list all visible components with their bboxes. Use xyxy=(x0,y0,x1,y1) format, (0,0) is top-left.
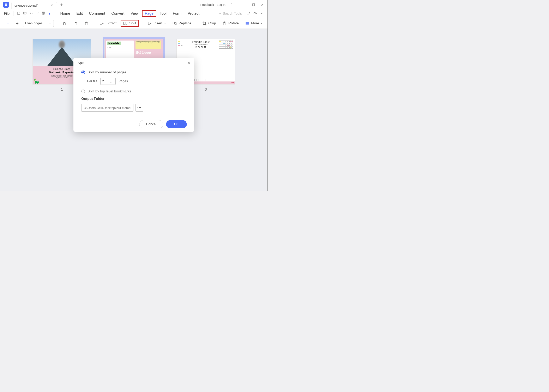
radio-split-by-pages[interactable] xyxy=(81,70,85,74)
pages-suffix: Pages xyxy=(119,79,128,83)
app-icon xyxy=(3,2,9,8)
crop-button[interactable]: Crop xyxy=(200,20,218,27)
new-tab-button[interactable]: + xyxy=(57,2,66,7)
page-number: 1 xyxy=(61,87,63,91)
extract-label: Extract xyxy=(106,21,116,25)
svg-rect-1 xyxy=(5,4,7,4)
pages-per-file-spinner[interactable]: ▲ ▼ xyxy=(100,78,116,85)
more-label: More xyxy=(251,21,259,25)
login-link[interactable]: Log In xyxy=(217,3,226,7)
chevron-down-icon: ⌄ xyxy=(164,22,166,25)
dialog-close-icon[interactable]: × xyxy=(188,61,190,65)
document-tab[interactable]: science-copy.pdf × xyxy=(11,2,57,9)
cancel-button[interactable]: Cancel xyxy=(139,120,163,128)
menu-edit[interactable]: Edit xyxy=(73,10,86,17)
replace-label: Replace xyxy=(178,21,191,25)
kebab-menu-icon[interactable]: ⋮ xyxy=(228,2,234,8)
menu-convert[interactable]: Convert xyxy=(108,10,127,17)
radio-label-pages: Split by number of pages xyxy=(87,70,126,74)
perfile-label: Per file xyxy=(87,79,97,83)
page-number: 3 xyxy=(205,87,207,91)
menubar: File ▼ Home Edit Comment Convert View Pa… xyxy=(0,9,267,18)
menu-comment[interactable]: Comment xyxy=(86,10,108,17)
periodic-table-graphic xyxy=(219,41,233,77)
divider xyxy=(238,2,238,7)
replace-button[interactable]: Replace xyxy=(170,20,193,27)
menu-home[interactable]: Home xyxy=(57,10,73,17)
svg-rect-14 xyxy=(124,22,125,25)
svg-rect-16 xyxy=(148,22,150,25)
page-toolbar: − + Even pages ⌄ Extract Split Insert ⌄ … xyxy=(0,18,267,29)
rotate-button[interactable]: Rotate xyxy=(220,20,241,27)
delete-page-button[interactable] xyxy=(82,20,91,27)
periodic-title: Periodic Table xyxy=(184,40,217,44)
rotate-left-button[interactable] xyxy=(60,20,69,27)
rotate-label: Rotate xyxy=(228,21,239,25)
dialog-title: Split xyxy=(78,61,84,65)
spinner-up-icon[interactable]: ▲ xyxy=(109,78,113,81)
undo-icon[interactable] xyxy=(29,11,33,16)
svg-rect-3 xyxy=(17,12,20,14)
save-icon[interactable] xyxy=(17,11,21,16)
split-dialog: Split × Split by number of pages Per fil… xyxy=(73,58,194,132)
collapse-ribbon-icon[interactable] xyxy=(260,11,264,16)
split-button[interactable]: Split xyxy=(121,20,139,27)
menu-tool[interactable]: Tool xyxy=(157,10,169,17)
output-folder-label: Output Folder xyxy=(81,97,186,101)
maximize-icon[interactable]: ☐ xyxy=(250,2,256,8)
search-tools-input[interactable]: Search Tools xyxy=(223,12,242,15)
rotate-right-button[interactable] xyxy=(71,20,80,27)
periodic-sub: Chemical Formula xyxy=(184,44,217,45)
file-menu[interactable]: File xyxy=(2,12,12,16)
svg-rect-15 xyxy=(126,22,127,25)
svg-rect-9 xyxy=(247,12,249,14)
split-label: Split xyxy=(129,21,136,25)
print-icon[interactable] xyxy=(42,11,45,16)
svg-rect-12 xyxy=(86,22,87,25)
svg-rect-13 xyxy=(100,22,102,25)
radio-split-by-bookmarks[interactable] xyxy=(81,90,85,93)
menu-view[interactable]: View xyxy=(128,10,142,17)
svg-rect-19 xyxy=(203,22,206,24)
svg-rect-4 xyxy=(18,12,19,13)
zoom-in-button[interactable]: + xyxy=(14,19,21,28)
menu-protect[interactable]: Protect xyxy=(185,10,202,17)
more-button[interactable]: More › xyxy=(243,20,264,27)
radio-label-bookmarks: Split by top level bookmarks xyxy=(87,89,131,93)
close-window-icon[interactable]: ✕ xyxy=(259,2,265,8)
insert-label: Insert xyxy=(153,21,162,25)
svg-rect-17 xyxy=(173,22,174,24)
quick-access-toolbar: ▼ xyxy=(15,11,53,16)
materials-label: Materials: xyxy=(107,42,121,45)
slide-page-badge: 03 xyxy=(231,82,234,83)
redo-icon[interactable] xyxy=(35,11,39,16)
minimize-icon[interactable]: — xyxy=(242,2,248,8)
browse-folder-button[interactable]: ••• xyxy=(135,104,143,112)
crop-label: Crop xyxy=(208,21,216,25)
menu-form[interactable]: Form xyxy=(170,10,184,17)
pages-per-file-input[interactable] xyxy=(100,79,109,83)
tab-close-icon[interactable]: × xyxy=(50,3,54,8)
share-icon[interactable] xyxy=(246,11,250,16)
titlebar: science-copy.pdf × + Feedback Log In ⋮ —… xyxy=(0,0,267,9)
separator xyxy=(13,11,14,16)
sticky-note: Volcanic pyroclastic materials mix with … xyxy=(135,41,161,49)
chevron-right-icon: › xyxy=(261,21,262,25)
menu-page[interactable]: Page xyxy=(142,10,156,17)
tab-label: science-copy.pdf xyxy=(14,4,37,7)
mail-icon[interactable] xyxy=(23,11,27,16)
zoom-out-button[interactable]: − xyxy=(4,19,12,28)
insert-button[interactable]: Insert ⌄ xyxy=(145,20,168,27)
feedback-link[interactable]: Feedback xyxy=(200,3,214,7)
output-folder-input[interactable] xyxy=(81,104,133,112)
svg-rect-20 xyxy=(223,22,225,25)
chevron-down-icon: ⌄ xyxy=(49,21,51,25)
customize-qat-icon[interactable]: ▼ xyxy=(48,12,51,15)
cloud-icon[interactable] xyxy=(253,11,257,16)
spinner-down-icon[interactable]: ▼ xyxy=(109,81,113,84)
page-filter-combo[interactable]: Even pages ⌄ xyxy=(23,20,54,27)
ok-button[interactable]: OK xyxy=(166,120,187,128)
page-filter-value: Even pages xyxy=(25,21,43,25)
periodic-formula: H-O-O-H xyxy=(184,45,217,48)
extract-button[interactable]: Extract xyxy=(97,20,119,27)
